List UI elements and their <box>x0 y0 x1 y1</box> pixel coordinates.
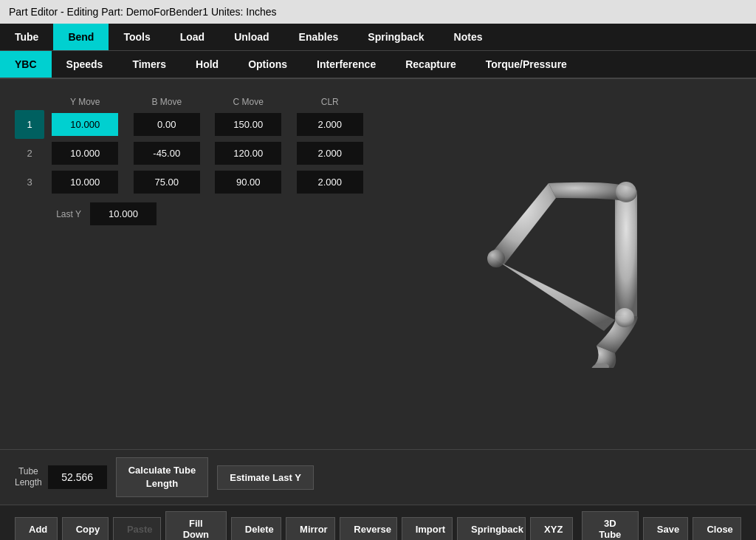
import-button[interactable]: Import <box>402 517 453 540</box>
copy-button[interactable]: Copy <box>62 517 109 540</box>
3d-tube-button[interactable]: 3D Tube <box>582 511 639 540</box>
last-y-input[interactable] <box>90 202 157 225</box>
close-button[interactable]: Close <box>693 517 741 540</box>
row-number-1: 1 <box>15 110 44 139</box>
save-button[interactable]: Save <box>643 517 689 540</box>
paste-button: Paste <box>113 517 161 540</box>
tab-recapture[interactable]: Recapture <box>391 51 470 78</box>
tab-timers[interactable]: Timers <box>117 51 181 78</box>
row-number-3: 3 <box>15 168 44 196</box>
cell-clr-3[interactable] <box>289 168 371 196</box>
cell-clr-1[interactable] <box>289 110 371 139</box>
tab-bend[interactable]: Bend <box>53 24 109 50</box>
tab-enables[interactable]: Enables <box>284 24 354 50</box>
tab-springback[interactable]: Springback <box>353 24 439 50</box>
tab-speeds[interactable]: Speeds <box>52 51 118 78</box>
cell-cmove-3[interactable] <box>207 168 289 196</box>
cell-bmove-2[interactable] <box>126 139 208 168</box>
tab-load[interactable]: Load <box>165 24 219 50</box>
tab-tube[interactable]: Tube <box>0 24 53 50</box>
tab-row-sub: YBC Speeds Timers Hold Options Interfere… <box>0 51 756 79</box>
row-number-2: 2 <box>15 139 44 168</box>
table-row: 1 <box>15 110 371 139</box>
cell-clr-2[interactable] <box>289 139 371 168</box>
title-text: Part Editor - Editing Part: DemoForBende… <box>9 6 277 18</box>
preview-section <box>385 94 741 434</box>
table-section: Y Move B Move C Move CLR 1 2 <box>15 94 371 434</box>
cell-bmove-3[interactable] <box>126 168 208 196</box>
delete-button[interactable]: Delete <box>231 517 281 540</box>
table-row: 3 <box>15 168 371 196</box>
title-bar: Part Editor - Editing Part: DemoForBende… <box>0 0 756 24</box>
tab-interference[interactable]: Interference <box>302 51 391 78</box>
table-row: 2 <box>15 139 371 168</box>
mirror-button[interactable]: Mirror <box>286 517 335 540</box>
col-ymove-header: Y Move <box>44 94 126 110</box>
tab-options[interactable]: Options <box>233 51 302 78</box>
tab-torque-pressure[interactable]: Torque/Pressure <box>471 51 582 78</box>
action-bar: Add Copy Paste Fill Down Delete Mirror R… <box>0 505 756 540</box>
bottom-bar: TubeLength Calculate TubeLength Estimate… <box>0 449 756 505</box>
main-content: Y Move B Move C Move CLR 1 2 <box>0 79 756 449</box>
tab-unload[interactable]: Unload <box>219 24 284 50</box>
springback-button[interactable]: Springback <box>457 517 526 540</box>
cell-ymove-3[interactable] <box>44 168 126 196</box>
xyz-button[interactable]: XYZ <box>530 517 573 540</box>
last-y-label: Last Y <box>44 209 81 219</box>
cell-ymove-2[interactable] <box>44 139 126 168</box>
svg-point-3 <box>615 308 634 327</box>
reverse-button[interactable]: Reverse <box>340 517 396 540</box>
tab-tools[interactable]: Tools <box>109 24 165 50</box>
svg-point-1 <box>616 182 636 202</box>
tube-preview <box>453 161 674 368</box>
add-button[interactable]: Add <box>15 517 58 540</box>
col-cmove-header: C Move <box>207 94 289 110</box>
tab-row-main: Tube Bend Tools Load Unload Enables Spri… <box>0 24 756 51</box>
col-num-header <box>15 94 44 110</box>
svg-point-2 <box>487 250 505 267</box>
tube-length-label: TubeLength <box>15 466 42 489</box>
col-clr-header: CLR <box>289 94 371 110</box>
cell-cmove-2[interactable] <box>207 139 289 168</box>
tube-length-value[interactable] <box>48 465 107 489</box>
estimate-last-y-button[interactable]: Estimate Last Y <box>217 465 314 490</box>
tab-hold[interactable]: Hold <box>181 51 233 78</box>
ybc-table: Y Move B Move C Move CLR 1 2 <box>15 94 371 196</box>
tab-notes[interactable]: Notes <box>439 24 498 50</box>
tube-length-group: TubeLength <box>15 465 107 489</box>
fill-down-button[interactable]: Fill Down <box>165 511 227 540</box>
cell-bmove-1[interactable] <box>126 110 208 139</box>
cell-cmove-1[interactable] <box>207 110 289 139</box>
calculate-tube-length-button[interactable]: Calculate TubeLength <box>116 457 209 497</box>
tab-ybc[interactable]: YBC <box>0 51 52 78</box>
cell-ymove-1[interactable] <box>44 110 126 139</box>
col-bmove-header: B Move <box>126 94 208 110</box>
last-y-row: Last Y <box>15 202 371 225</box>
